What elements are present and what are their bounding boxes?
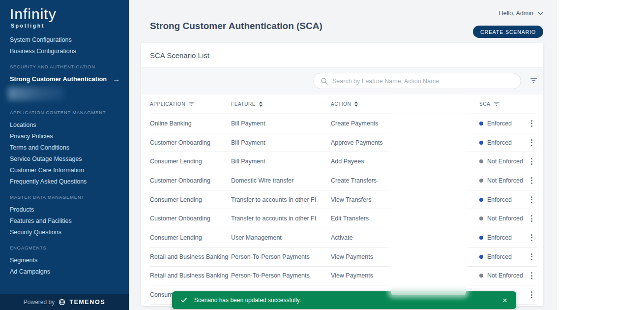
cell-feature: Bill Payment <box>231 120 331 127</box>
cell-action: View Payments <box>331 272 391 279</box>
row-menu-kebab-icon[interactable] <box>529 252 534 262</box>
sort-icon[interactable] <box>259 101 263 107</box>
card-title: SCA Scenario List <box>141 43 543 67</box>
greeting-label: Hello, Admin <box>499 10 533 17</box>
sidebar-item-segments[interactable]: Segments <box>10 257 120 264</box>
sidebar-item-label: Segments <box>10 257 37 264</box>
search-band <box>141 67 543 94</box>
cell-feature: Domestic Wire transfer <box>231 177 331 184</box>
column-header-feature[interactable]: FEATURE <box>231 101 331 107</box>
column-header-sca[interactable]: SCA <box>479 101 537 107</box>
chevron-down-icon <box>538 12 543 15</box>
sidebar-footer: Powered by TEMENOS <box>0 294 129 310</box>
sidebar-item-system-configurations[interactable]: System Configurations <box>10 36 120 43</box>
cell-sca-status: Not Enforced <box>479 272 526 279</box>
column-label: SCA <box>479 101 490 107</box>
toast-close-icon[interactable]: × <box>502 296 507 305</box>
row-menu-kebab-icon[interactable] <box>529 214 534 223</box>
cell-application: Retail and Business Banking <box>150 272 231 279</box>
sidebar-item-terms-and-conditions[interactable]: Terms and Conditions <box>10 144 120 151</box>
cell-application: Consumer Lending <box>150 196 231 203</box>
search-box[interactable] <box>313 73 521 89</box>
filter-icon[interactable] <box>530 78 537 83</box>
column-header-action[interactable]: ACTION <box>331 101 391 107</box>
row-menu-kebab-icon[interactable] <box>529 195 534 205</box>
sidebar-item-label: Strong Customer Authentication <box>10 76 107 83</box>
table-row: Retail and Business BankingPerson-To-Per… <box>150 248 537 267</box>
filter-icon[interactable] <box>189 102 195 106</box>
success-toast: Scenario has been updated successfully. … <box>172 291 516 309</box>
column-label: FEATURE <box>231 101 256 107</box>
user-menu[interactable]: Hello, Admin <box>499 10 543 17</box>
sidebar-item-business-configurations[interactable]: Business Configurations <box>10 48 120 55</box>
row-menu-kebab-icon[interactable] <box>529 156 534 166</box>
app-logo: Infinity Spotlight <box>0 0 129 29</box>
column-label: ACTION <box>331 101 351 107</box>
table-row: Consumer LendingBill PaymentAdd PayeesNo… <box>150 152 537 171</box>
search-icon <box>321 78 328 85</box>
sidebar: Infinity Spotlight System Configurations… <box>0 0 129 310</box>
cell-feature: Person-To-Person Payments <box>231 253 331 260</box>
cell-feature: Bill Payment <box>231 139 331 146</box>
arrow-right-icon: → <box>113 76 120 83</box>
search-input[interactable] <box>332 78 513 85</box>
cell-feature: User Management <box>231 234 331 241</box>
status-label: Enforced <box>487 234 512 241</box>
sidebar-item-customer-care-information[interactable]: Customer Care Information <box>10 167 120 174</box>
not-enforced-dot-icon <box>479 274 483 278</box>
table-row: Consumer LendingTransfer to accounts in … <box>150 190 537 210</box>
sidebar-section-application-content-managment: APPLICATION CONTENT MANAGMENT <box>10 110 120 115</box>
sidebar-item-label: Terms and Conditions <box>10 144 69 151</box>
sca-table: APPLICATIONFEATUREACTIONSCAOnline Bankin… <box>141 94 543 305</box>
logo-title: Infinity <box>10 6 129 22</box>
cell-action: Activate <box>331 234 391 241</box>
status-label: Enforced <box>487 139 512 146</box>
not-enforced-dot-icon <box>479 217 483 220</box>
sidebar-item-security-questions[interactable]: Security Questions <box>10 229 120 236</box>
sidebar-section-engagments: ENGAGMENTS <box>10 245 120 250</box>
cell-action: Create Payments <box>331 120 391 127</box>
sidebar-item-label: Customer Care Information <box>10 167 84 174</box>
status-label: Enforced <box>487 253 512 260</box>
status-label: Enforced <box>487 120 512 127</box>
row-menu-kebab-icon[interactable] <box>529 290 534 300</box>
sidebar-item-redacted <box>8 87 64 100</box>
enforced-dot-icon <box>479 122 483 125</box>
status-label: Not Enforced <box>487 177 523 184</box>
sidebar-item-privacy-policies[interactable]: Privacy Policies <box>10 133 120 140</box>
cell-action: Edit Transfers <box>331 215 391 222</box>
sidebar-section-master-data-management: MASTER DATA MANAGEMENT <box>10 194 120 200</box>
powered-by-label: Powered by <box>24 299 55 306</box>
table-row: Customer OnboardingBill PaymentApprove P… <box>150 133 537 153</box>
sidebar-item-features-and-facilities[interactable]: Features and Facilities <box>10 217 120 224</box>
sidebar-item-strong-customer-authentication[interactable]: Strong Customer Authentication→ <box>10 76 120 83</box>
cell-action: View Transfers <box>331 196 391 203</box>
cell-sca-status: Enforced <box>479 139 526 146</box>
row-menu-kebab-icon[interactable] <box>529 271 534 280</box>
filter-icon[interactable] <box>494 102 499 106</box>
sidebar-item-label: Ad Campaigns <box>10 268 50 275</box>
table-row: Consumer LendingUser ManagementActivateE… <box>150 228 537 248</box>
row-menu-kebab-icon[interactable] <box>529 233 534 243</box>
sidebar-item-locations[interactable]: Locations <box>10 122 120 128</box>
sort-icon[interactable] <box>354 101 358 107</box>
create-scenario-button[interactable]: CREATE SCENARIO <box>473 26 543 38</box>
column-header-application[interactable]: APPLICATION <box>150 101 231 107</box>
sidebar-section-security-and-authentication: SECURITY AND AUTHENTICATION <box>10 64 120 69</box>
temenos-brand-label: TEMENOS <box>69 299 105 306</box>
sidebar-item-ad-campaigns[interactable]: Ad Campaigns <box>10 268 120 275</box>
cell-sca-status: Not Enforced <box>479 177 526 184</box>
row-menu-kebab-icon[interactable] <box>529 138 534 148</box>
cell-sca-status: Enforced <box>479 120 526 127</box>
sidebar-item-label: Features and Facilities <box>10 217 72 224</box>
sidebar-item-frequently-asked-questions[interactable]: Frequently Asked Questions <box>10 178 120 185</box>
sidebar-item-label: Service Outage Messages <box>10 155 82 162</box>
sidebar-item-products[interactable]: Products <box>10 206 120 213</box>
sidebar-item-label: Business Configurations <box>10 48 76 55</box>
row-menu-kebab-icon[interactable] <box>529 119 534 128</box>
sidebar-item-service-outage-messages[interactable]: Service Outage Messages <box>10 155 120 162</box>
row-menu-kebab-icon[interactable] <box>529 176 534 186</box>
cell-sca-status: Not Enforced <box>479 158 526 165</box>
page-title: Strong Customer Authentication (SCA) <box>150 21 322 31</box>
cell-sca-status: Enforced <box>479 196 526 203</box>
